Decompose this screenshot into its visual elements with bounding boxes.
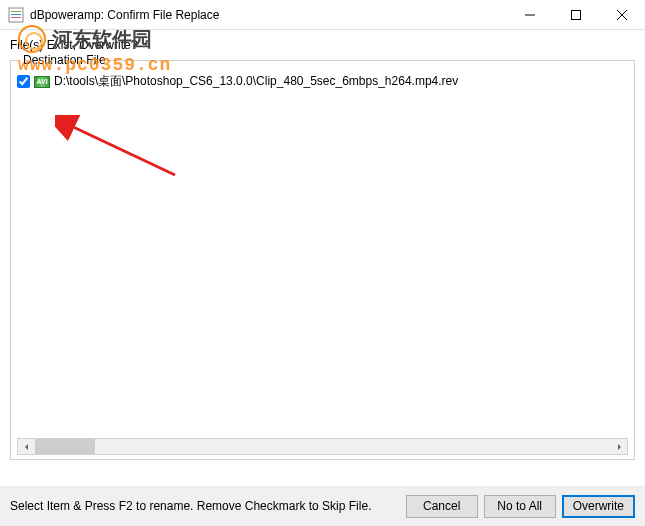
horizontal-scrollbar[interactable]: [17, 438, 628, 455]
file-list[interactable]: AVI D:\tools\桌面\Photoshop_CS6_13.0.0\Cli…: [17, 71, 628, 426]
file-checkbox[interactable]: [17, 75, 30, 88]
prompt-text: File(s) Exist, Overwrite?: [10, 38, 635, 52]
content-area: File(s) Exist, Overwrite? Destination Fi…: [0, 30, 645, 468]
svg-marker-8: [25, 444, 28, 450]
svg-rect-5: [572, 11, 581, 20]
app-icon: [8, 7, 24, 23]
close-button[interactable]: [599, 0, 645, 30]
maximize-button[interactable]: [553, 0, 599, 30]
destination-file-group: Destination File AVI D:\tools\桌面\Photosh…: [10, 60, 635, 460]
window-controls: [507, 0, 645, 29]
file-path-text: D:\tools\桌面\Photoshop_CS6_13.0.0\Clip_48…: [54, 73, 458, 90]
scroll-left-button[interactable]: [18, 439, 35, 454]
bottom-bar: Select Item & Press F2 to rename. Remove…: [0, 486, 645, 526]
hint-text: Select Item & Press F2 to rename. Remove…: [10, 499, 400, 513]
svg-rect-1: [11, 11, 21, 12]
svg-rect-3: [11, 17, 21, 18]
minimize-button[interactable]: [507, 0, 553, 30]
window-title: dBpoweramp: Confirm File Replace: [30, 8, 507, 22]
scrollbar-thumb[interactable]: [35, 439, 95, 454]
group-label: Destination File: [19, 53, 110, 67]
cancel-button[interactable]: Cancel: [406, 495, 478, 518]
overwrite-button[interactable]: Overwrite: [562, 495, 635, 518]
svg-rect-2: [11, 14, 21, 15]
scroll-right-button[interactable]: [610, 439, 627, 454]
video-file-icon: AVI: [34, 76, 50, 88]
titlebar: dBpoweramp: Confirm File Replace: [0, 0, 645, 30]
scrollbar-track[interactable]: [35, 439, 610, 454]
list-item[interactable]: AVI D:\tools\桌面\Photoshop_CS6_13.0.0\Cli…: [17, 71, 628, 92]
svg-marker-9: [618, 444, 621, 450]
no-to-all-button[interactable]: No to All: [484, 495, 556, 518]
